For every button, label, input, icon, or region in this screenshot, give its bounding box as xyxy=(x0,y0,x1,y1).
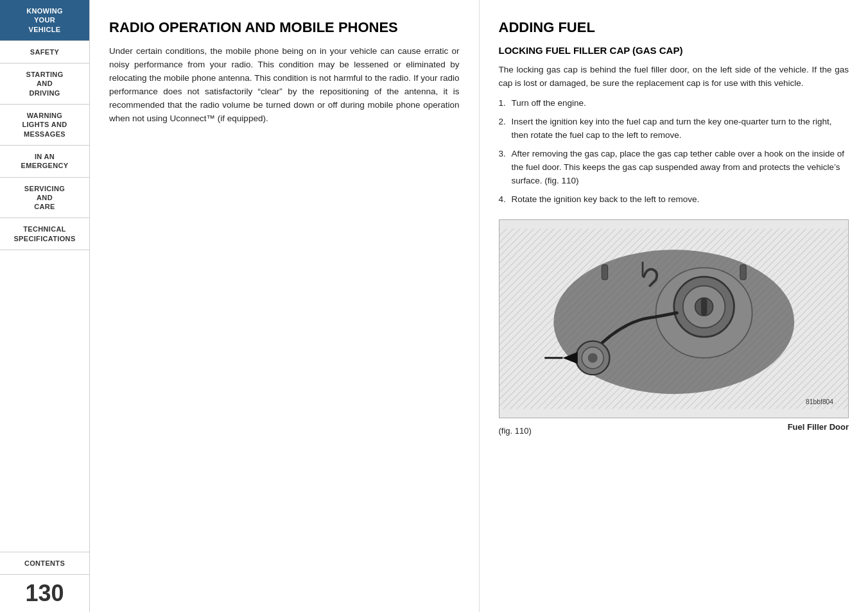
sidebar-item-contents[interactable]: CONTENTS xyxy=(0,552,89,575)
figure-footer-title: Fuel Filler Door xyxy=(788,422,849,436)
svg-text:81bbf804: 81bbf804 xyxy=(806,398,833,405)
sidebar-item-technical-specifications[interactable]: TECHNICAL SPECIFICATIONS xyxy=(0,218,89,250)
left-section-body: Under certain conditions, the mobile pho… xyxy=(109,45,460,126)
right-section-intro: The locking gas cap is behind the fuel f… xyxy=(499,64,849,90)
sidebar-item-label: SERVICING AND CARE xyxy=(24,184,65,212)
svg-rect-14 xyxy=(602,264,607,279)
sidebar-item-in-an-emergency[interactable]: IN AN EMERGENCY xyxy=(0,146,89,178)
figure-container: 81bbf804 xyxy=(499,219,849,418)
step-2: 2. Insert the ignition key into the fuel… xyxy=(499,115,849,142)
step-3: 3. After removing the gas cap, place the… xyxy=(499,148,849,188)
main-content: RADIO OPERATION AND MOBILE PHONES Under … xyxy=(90,0,868,612)
gas-cap-diagram: 81bbf804 xyxy=(499,220,849,418)
sidebar-item-label: TECHNICAL SPECIFICATIONS xyxy=(13,225,75,243)
sidebar-item-starting-and-driving[interactable]: STARTING AND DRIVING xyxy=(0,64,89,105)
sidebar-item-warning-lights[interactable]: WARNING LIGHTS AND MESSAGES xyxy=(0,105,89,146)
svg-rect-15 xyxy=(740,264,745,279)
step-1: 1. Turn off the engine. xyxy=(499,97,849,110)
figure-footer: (fig. 110) Fuel Filler Door xyxy=(499,422,849,436)
sidebar: KNOWING YOUR VEHICLE SAFETY STARTING AND… xyxy=(0,0,90,612)
sidebar-item-label: KNOWING YOUR VEHICLE xyxy=(26,6,63,34)
sidebar-item-safety[interactable]: SAFETY xyxy=(0,41,89,64)
sidebar-item-servicing-and-care[interactable]: SERVICING AND CARE xyxy=(0,178,89,219)
left-column: RADIO OPERATION AND MOBILE PHONES Under … xyxy=(90,0,480,612)
figure-caption: (fig. 110) xyxy=(499,426,532,436)
sidebar-item-label: STARTING AND DRIVING xyxy=(26,70,63,98)
sidebar-item-label: SAFETY xyxy=(30,47,59,56)
right-column: ADDING FUEL LOCKING FUEL FILLER CAP (GAS… xyxy=(480,0,869,612)
svg-point-10 xyxy=(587,353,597,362)
sidebar-item-label: IN AN EMERGENCY xyxy=(21,152,69,171)
sidebar-item-label: CONTENTS xyxy=(24,559,65,568)
right-section-title: ADDING FUEL xyxy=(499,19,849,36)
sidebar-item-knowing-your-vehicle[interactable]: KNOWING YOUR VEHICLE xyxy=(0,0,89,41)
sidebar-item-label: WARNING LIGHTS AND MESSAGES xyxy=(22,111,67,139)
svg-rect-7 xyxy=(700,298,706,316)
right-section-subtitle: LOCKING FUEL FILLER CAP (GAS CAP) xyxy=(499,45,849,56)
step-4: 4. Rotate the ignition key back to the l… xyxy=(499,193,849,207)
steps-list: 1. Turn off the engine. 2. Insert the ig… xyxy=(499,97,849,206)
page-number: 130 xyxy=(0,575,89,612)
left-section-title: RADIO OPERATION AND MOBILE PHONES xyxy=(109,19,460,36)
